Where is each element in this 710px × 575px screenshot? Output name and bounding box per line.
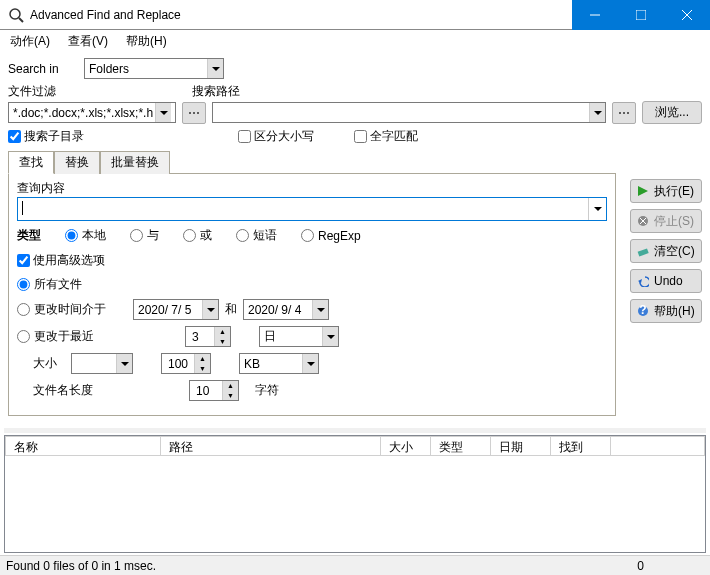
window-title: Advanced Find and Replace: [30, 8, 572, 22]
minimize-button[interactable]: [572, 0, 618, 30]
search-path-label: 搜索路径: [192, 83, 240, 100]
menu-view[interactable]: 查看(V): [64, 31, 112, 52]
results-list[interactable]: 名称 路径 大小 类型 日期 找到: [4, 435, 706, 553]
subdir-checkbox[interactable]: 搜索子目录: [8, 128, 84, 145]
recent-unit[interactable]: 日: [259, 326, 339, 347]
svg-point-7: [193, 112, 195, 114]
whole-word-checkbox[interactable]: 全字匹配: [354, 128, 418, 145]
help-button[interactable]: ?帮助(H): [630, 299, 702, 323]
col-found[interactable]: 找到: [551, 437, 611, 455]
svg-point-10: [623, 112, 625, 114]
close-button[interactable]: [664, 0, 710, 30]
status-count: 0: [637, 559, 704, 573]
svg-point-0: [10, 9, 20, 19]
help-icon: ?: [636, 304, 650, 318]
date-to[interactable]: 2020/ 9/ 4: [243, 299, 329, 320]
menubar: 动作(A) 查看(V) 帮助(H): [0, 30, 710, 52]
menu-action[interactable]: 动作(A): [6, 31, 54, 52]
svg-line-1: [19, 18, 23, 22]
radio-all-files[interactable]: 所有文件: [17, 276, 82, 293]
size-number[interactable]: 100▲▼: [161, 353, 211, 374]
col-date[interactable]: 日期: [491, 437, 551, 455]
undo-icon: [636, 274, 650, 288]
col-path[interactable]: 路径: [161, 437, 381, 455]
namelen-number[interactable]: 10▲▼: [189, 380, 239, 401]
search-path-combo[interactable]: [212, 102, 606, 123]
tab-find[interactable]: 查找: [8, 151, 54, 174]
col-type[interactable]: 类型: [431, 437, 491, 455]
status-message: Found 0 files of 0 in 1 msec.: [6, 559, 156, 573]
size-op[interactable]: [71, 353, 133, 374]
svg-text:?: ?: [639, 305, 646, 317]
svg-point-8: [197, 112, 199, 114]
query-input[interactable]: [17, 197, 607, 221]
type-label: 类型: [17, 227, 41, 244]
play-icon: [636, 184, 650, 198]
advanced-checkbox[interactable]: 使用高级选项: [17, 252, 105, 269]
col-size[interactable]: 大小: [381, 437, 431, 455]
and-label: 和: [225, 301, 237, 318]
namelen-unit: 字符: [255, 382, 279, 399]
stop-icon: [636, 214, 650, 228]
svg-point-11: [627, 112, 629, 114]
radio-changed-between[interactable]: 更改时间介于: [17, 301, 127, 318]
size-label: 大小: [17, 355, 65, 372]
statusbar: Found 0 files of 0 in 1 msec. 0: [0, 555, 710, 575]
svg-rect-3: [636, 10, 646, 20]
results-header: 名称 路径 大小 类型 日期 找到: [5, 436, 705, 456]
maximize-button[interactable]: [618, 0, 664, 30]
radio-phrase[interactable]: 短语: [236, 227, 277, 244]
execute-button[interactable]: 执行(E): [630, 179, 702, 203]
radio-and[interactable]: 与: [130, 227, 159, 244]
recent-number[interactable]: 3▲▼: [185, 326, 231, 347]
undo-button[interactable]: Undo: [630, 269, 702, 293]
file-filter-combo[interactable]: *.doc;*.docx;*.xls;*.xlsx;*.h: [8, 102, 176, 123]
radio-or[interactable]: 或: [183, 227, 212, 244]
file-filter-more-button[interactable]: [182, 102, 206, 124]
search-in-label: Search in: [8, 62, 78, 76]
tabstrip: 查找 替换 批量替换: [8, 151, 616, 174]
browse-button[interactable]: 浏览...: [642, 101, 702, 124]
radio-changed-recent[interactable]: 更改于最近: [17, 328, 127, 345]
radio-regexp[interactable]: RegExp: [301, 229, 361, 243]
date-from[interactable]: 2020/ 7/ 5: [133, 299, 219, 320]
svg-point-6: [189, 112, 191, 114]
size-unit[interactable]: KB: [239, 353, 319, 374]
case-checkbox[interactable]: 区分大小写: [238, 128, 314, 145]
search-path-more-button[interactable]: [612, 102, 636, 124]
svg-point-9: [619, 112, 621, 114]
tab-replace[interactable]: 替换: [54, 151, 100, 174]
svg-rect-16: [638, 248, 649, 256]
search-in-combo[interactable]: Folders: [84, 58, 224, 79]
menu-help[interactable]: 帮助(H): [122, 31, 171, 52]
app-icon: [8, 7, 24, 23]
splitter[interactable]: [4, 428, 706, 433]
col-name[interactable]: 名称: [6, 437, 161, 455]
titlebar: Advanced Find and Replace: [0, 0, 710, 30]
stop-button[interactable]: 停止(S): [630, 209, 702, 233]
radio-local[interactable]: 本地: [65, 227, 106, 244]
eraser-icon: [636, 244, 650, 258]
file-filter-label: 文件过滤: [8, 83, 186, 100]
namelen-label: 文件名长度: [17, 382, 107, 399]
query-label: 查询内容: [17, 180, 607, 197]
svg-marker-12: [638, 186, 648, 196]
tab-batch[interactable]: 批量替换: [100, 151, 170, 174]
clear-button[interactable]: 清空(C): [630, 239, 702, 263]
